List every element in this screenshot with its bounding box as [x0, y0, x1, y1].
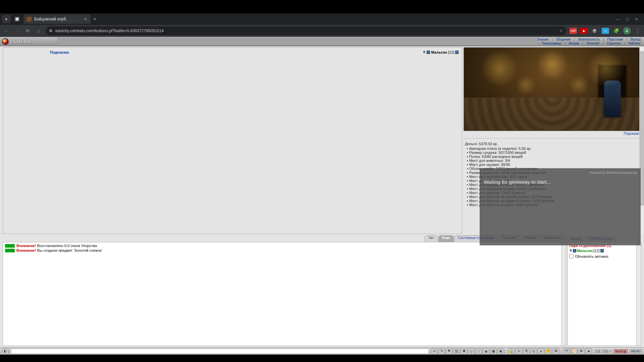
bottom-bar: ◐ ↩ ✎ ⚑ ▥ ✱ ☺ ♪ ☻ ▣ ◉ 🔒 ⚔ ⚗ ◎ ♦ ✊ ✚ ⛩ 📜 … — [0, 347, 644, 355]
extensions-icon[interactable]: 🧩 — [612, 28, 620, 34]
align-icon: ✞ — [423, 50, 426, 54]
tool-brush-icon[interactable]: ✎ — [438, 348, 445, 354]
stat-item: Мест для подарков: 0/24 — [467, 179, 640, 183]
menu-row-1: Знания| Общение| Безопасность| Персонаж|… — [537, 38, 641, 42]
main-scrollbar[interactable] — [639, 47, 644, 234]
chat-tab-common[interactable]: Общий — [521, 235, 539, 242]
main-area: Подсказка ✞ Мальгин [12] Подсказка Деньг… — [3, 47, 641, 234]
menu-scrolls[interactable]: Скроллы — [607, 42, 621, 45]
stat-item: Мест для букетов на правой клумбе: 0/25 … — [467, 199, 640, 203]
send-icon[interactable]: ↩ — [431, 348, 438, 354]
left-hint-link[interactable]: Подсказка — [50, 50, 69, 54]
refresh-button[interactable]: Обновить — [568, 236, 585, 241]
exit-chip[interactable]: ВЫХОД — [614, 349, 628, 353]
stat-item: Мест на стеллаже чар: 4/25 чарок — [467, 175, 640, 179]
chat-tab-chat[interactable]: Чат — [425, 235, 438, 242]
ext-shield-icon[interactable]: ⛨ — [591, 28, 598, 34]
loc-scrollbar[interactable] — [636, 242, 641, 346]
tool-wrench-icon[interactable]: ✱ — [461, 348, 467, 354]
new-tab-button[interactable]: + — [93, 16, 96, 22]
menu-knowledge[interactable]: Знания — [537, 38, 549, 41]
right-hint-link[interactable]: Подсказка — [464, 131, 641, 136]
menu-telegrams[interactable]: Телеграммы — [542, 42, 561, 45]
scene-image[interactable] — [464, 47, 641, 131]
ext-abp-icon[interactable]: ABP — [570, 28, 577, 34]
menu-exit[interactable]: Выход — [631, 38, 641, 41]
chat-tab-conflicts[interactable]: Конфликты — [540, 235, 565, 242]
act-target-icon[interactable]: ◈ — [585, 348, 592, 354]
inv-potion-icon[interactable]: ⚗ — [523, 348, 530, 354]
inv-coin-icon[interactable]: ◎ — [530, 348, 537, 354]
tab-close-icon[interactable]: ✕ — [84, 17, 87, 21]
tab-search-dropdown[interactable]: ▾ — [2, 15, 11, 23]
act-paw-icon[interactable]: ☘ — [578, 348, 585, 354]
tool-smile-icon[interactable]: ☻ — [483, 348, 489, 354]
chat-tab-trade[interactable]: Торговля — [499, 235, 520, 242]
inv-sword-icon[interactable]: ⚔ — [516, 348, 522, 354]
inv-gem-icon[interactable]: ♦ — [538, 348, 544, 354]
chat-tab-clan[interactable]: Клан — [438, 235, 454, 242]
bookmark-star-icon[interactable]: ☆ — [559, 28, 563, 33]
ext-blue-icon[interactable]: ∞ — [602, 28, 609, 34]
home-button[interactable]: ⌂ — [35, 28, 42, 34]
minimize-icon[interactable]: — — [616, 17, 620, 21]
inv-lock-icon[interactable]: 🔒 — [508, 348, 515, 354]
info-badge-icon[interactable] — [600, 249, 604, 252]
player-level: [12] — [448, 50, 454, 54]
menu-rating[interactable]: Рейтинг — [628, 42, 641, 45]
tool-camera-icon[interactable]: ▣ — [490, 348, 497, 354]
ext-youtube-icon[interactable]: ▶ — [580, 28, 588, 34]
stat-item: Мест для оружия: 30/30 — [467, 163, 640, 167]
inv-fist-icon[interactable]: ✊ — [545, 348, 552, 354]
tool-flag-icon[interactable]: ⚑ — [446, 348, 452, 354]
right-pane: Подсказка Деньги: 5378.53 кр. Арендная п… — [464, 47, 641, 234]
inv-cross-icon[interactable]: ✚ — [552, 348, 559, 354]
browser-chrome: ▾ Бойцовский клуб. ✕ + — ▢ ✕ ← → ⟳ ⌂ ⚙ e… — [0, 13, 644, 37]
url-box[interactable]: ⚙ eastcity.combats.com/buttons.pl?battle… — [46, 26, 566, 35]
active-tab[interactable]: Бойцовский клуб. ✕ — [23, 14, 91, 24]
chat-input[interactable] — [11, 349, 429, 354]
check-fights-button[interactable]: ПРОВЕРИТЬ БОИ — [586, 236, 616, 241]
chat-tab-system[interactable]: Системные сообщения — [454, 235, 498, 242]
player-chip[interactable]: ✞ Мальгин [12] — [423, 50, 459, 54]
menu-chip[interactable]: МЕНЮ — [630, 349, 642, 353]
stat-item: Полка: 53/80 расходных вещей — [467, 155, 640, 159]
profile-avatar[interactable]: A — [623, 27, 631, 35]
menu-chat[interactable]: Общение — [556, 38, 571, 41]
letterbox-bottom — [0, 355, 644, 362]
chat-right-top: Обновить ПРОВЕРИТЬ БОИ — [568, 235, 641, 242]
kebab-menu-icon[interactable]: ⋮ — [634, 28, 641, 34]
chat-menu-icon[interactable]: ◐ — [2, 348, 9, 354]
menu-security[interactable]: Безопасность — [578, 38, 600, 41]
forward-button[interactable]: → — [13, 28, 21, 34]
act-gate-icon[interactable]: ⛩ — [563, 348, 570, 354]
tool-note-icon[interactable]: ♪ — [475, 348, 482, 354]
stat-item: Мест для подарков слева: 0/250 сувениров — [467, 183, 640, 187]
clan-badge-icon — [427, 51, 430, 54]
letterbox-top — [0, 0, 644, 13]
location-title: Парк Отдохновения (1) — [569, 244, 640, 248]
tool-book-icon[interactable]: ▥ — [453, 348, 460, 354]
reload-button[interactable]: ⟳ — [24, 28, 32, 34]
auto-refresh-checkbox[interactable] — [569, 254, 574, 258]
chat-left: Чат Клан Системные сообщения Торговля Об… — [3, 235, 566, 346]
maximize-icon[interactable]: ▢ — [626, 17, 629, 21]
site-settings-icon[interactable]: ⚙ — [49, 28, 53, 33]
act-scroll-icon[interactable]: 📜 — [571, 348, 577, 354]
gamebar-fill — [57, 37, 537, 46]
logo-orb-icon — [2, 38, 9, 45]
chat-log[interactable]: 18:47 Внимание! Восстановлено 0.0 очков … — [3, 242, 566, 346]
location-player[interactable]: ✞ Мальгин [12] — [569, 248, 640, 253]
game-logo[interactable]: EASTCITY — [0, 37, 57, 46]
info-badge-icon[interactable] — [455, 51, 459, 54]
pinned-tab-icon[interactable] — [13, 15, 21, 23]
menu-litclub[interactable]: Литклуб — [587, 42, 599, 45]
tool-person-icon[interactable]: ☺ — [468, 348, 475, 354]
back-button[interactable]: ← — [3, 28, 10, 34]
tool-eye-icon[interactable]: ◉ — [497, 348, 504, 354]
menu-forum[interactable]: Форум — [569, 42, 579, 45]
stat-item: Размер шкатулки: 12/40 ювелирных изделий — [467, 171, 640, 175]
close-window-icon[interactable]: ✕ — [635, 17, 638, 21]
chat-scrollbar[interactable] — [561, 242, 566, 346]
menu-character[interactable]: Персонаж — [607, 38, 623, 41]
